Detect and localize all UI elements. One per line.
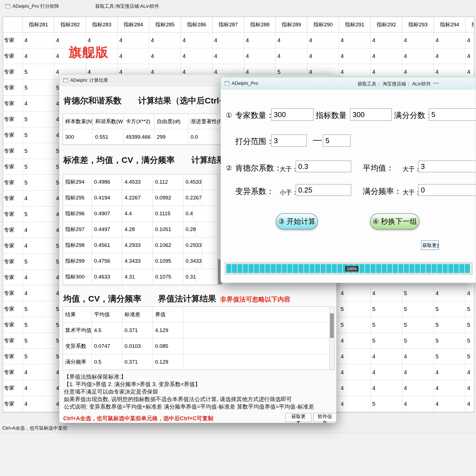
range-min-input[interactable] (271, 135, 307, 147)
matrix-cell[interactable]: 4 (212, 32, 244, 48)
full-score-input[interactable] (429, 108, 476, 121)
expert-count-input[interactable] (271, 108, 313, 121)
result-cell[interactable]: 指标299 (63, 253, 92, 269)
result-cell[interactable]: 4.2933 (122, 237, 153, 253)
result-cell[interactable]: 4.129 (153, 323, 183, 338)
matrix-cell[interactable]: 5 (370, 301, 402, 317)
matrix-cell[interactable]: 5 (402, 333, 434, 348)
result-cell[interactable]: 0.129 (153, 354, 183, 370)
matrix-cell[interactable]: 4 (402, 349, 434, 364)
matrix-cell[interactable]: 5 (434, 349, 465, 364)
result-cell[interactable]: 指标300 (63, 269, 92, 285)
matrix-cell[interactable]: 4 (22, 48, 54, 64)
result-cell[interactable]: 4.31 (122, 269, 153, 285)
scrollbar-thumb[interactable] (330, 313, 334, 338)
next-group-button[interactable]: ④ 秒换下一组 (370, 213, 419, 229)
matrix-cell[interactable]: 4 (22, 222, 54, 238)
result-cell[interactable]: 0.4561 (92, 237, 122, 253)
start-calc-button[interactable]: ③ 开始计算 (276, 213, 318, 229)
result-cell[interactable]: 49399.466 (123, 129, 155, 145)
matrix-cell[interactable]: 4 (22, 96, 54, 111)
result-cell[interactable]: 0.4497 (92, 222, 122, 237)
matrix-cell[interactable]: 4 (244, 32, 275, 48)
result-cell[interactable]: 0.371 (122, 354, 153, 370)
result-cell[interactable]: 0.4907 (92, 206, 122, 221)
result-cell[interactable]: 0.1062 (153, 237, 183, 253)
matrix-cell[interactable]: 5 (22, 206, 54, 222)
matrix-cell[interactable]: 4 (339, 333, 370, 348)
matrix-cell[interactable]: 5 (22, 254, 54, 269)
matrix-cell[interactable]: 4 (370, 285, 402, 301)
matrix-cell[interactable]: 4 (434, 32, 465, 48)
result-cell[interactable]: 指标295 (63, 190, 92, 206)
matrix-cell[interactable]: 5 (370, 333, 402, 348)
matrix-cell[interactable]: 5 (339, 301, 370, 317)
matrix-cell[interactable]: 4 (244, 48, 275, 64)
matrix-cell[interactable]: 4 (465, 32, 474, 48)
result-cell[interactable]: 指标294 (63, 174, 92, 190)
matrix-cell[interactable]: 4 (181, 48, 212, 64)
result-cell[interactable]: 0.4194 (92, 190, 122, 206)
matrix-cell[interactable]: 4 (212, 48, 244, 64)
matrix-cell[interactable]: 4 (402, 32, 434, 48)
get-more-button-partial[interactable]: 获取更多 (421, 240, 439, 250)
matrix-cell[interactable]: 5 (22, 301, 54, 317)
matrix-cell[interactable]: 5 (402, 301, 434, 317)
matrix-cell[interactable]: 4 (22, 191, 54, 206)
result-cell[interactable]: 4.5 (92, 323, 122, 338)
range-max-input[interactable] (323, 135, 351, 147)
matrix-cell[interactable]: 5 (370, 317, 402, 333)
matrix-cell[interactable]: 5 (465, 333, 474, 348)
matrix-cell[interactable]: 4 (339, 364, 370, 380)
matrix-cell[interactable]: 4 (465, 48, 474, 64)
result-cell[interactable]: 0.4633 (92, 269, 122, 285)
matrix-cell[interactable]: 4 (339, 349, 370, 364)
matrix-cell[interactable]: 5 (22, 159, 54, 174)
matrix-cell[interactable]: 4 (22, 396, 54, 412)
matrix-cell[interactable]: 4 (465, 364, 474, 380)
matrix-cell[interactable]: 4 (370, 364, 402, 380)
matrix-cell[interactable]: 4 (117, 32, 149, 48)
matrix-cell[interactable]: 5 (402, 285, 434, 301)
matrix-cell[interactable]: 4 (434, 364, 465, 380)
result-cell[interactable]: 0.0 (188, 129, 225, 145)
matrix-cell[interactable]: 4 (370, 349, 402, 364)
result-cell[interactable]: 满分频率 (63, 354, 92, 370)
result-cell[interactable]: 0.4 (183, 206, 193, 221)
matrix-cell[interactable]: 4 (339, 380, 370, 396)
matrix-cell[interactable]: 4 (22, 380, 54, 396)
matrix-cell[interactable]: 4 (149, 32, 181, 48)
matrix-cell[interactable]: 4 (22, 364, 54, 380)
matrix-cell[interactable]: 4 (22, 285, 54, 301)
result-cell[interactable]: 0.085 (153, 338, 183, 354)
matrix-cell[interactable]: 4 (402, 396, 434, 412)
matrix-cell[interactable]: 5 (22, 333, 54, 348)
matrix-cell[interactable]: 5 (22, 80, 54, 95)
matrix-cell[interactable]: 4 (339, 32, 370, 48)
result-cell[interactable]: 0.0992 (153, 190, 183, 206)
matrix-cell[interactable]: 4 (434, 396, 465, 412)
matrix-cell[interactable]: 4 (22, 32, 54, 48)
matrix-cell[interactable]: 5 (22, 127, 54, 143)
matrix-cell[interactable]: 4 (117, 48, 149, 64)
result-cell[interactable]: 300 (63, 129, 93, 145)
matrix-cell[interactable]: 4 (465, 285, 474, 301)
matrix-cell[interactable]: 4 (434, 48, 465, 64)
mean-threshold-input[interactable] (418, 161, 476, 172)
result-cell[interactable]: 指标297 (63, 222, 92, 237)
result-cell[interactable]: 0.2267 (183, 190, 202, 206)
matrix-cell[interactable]: 5 (434, 317, 465, 333)
matrix-cell[interactable]: 4 (402, 380, 434, 396)
result-cell[interactable]: 4.2267 (122, 190, 153, 206)
result-cell[interactable]: 0.1095 (153, 253, 183, 269)
result-cell[interactable]: 0.0103 (122, 338, 153, 354)
result-cell[interactable]: 4.3433 (122, 253, 153, 269)
result-cell[interactable]: 0.2933 (183, 237, 202, 253)
result-cell[interactable]: 指标296 (63, 206, 92, 221)
result-cell[interactable]: 0.4533 (183, 174, 202, 190)
result-cell[interactable]: 0.5 (92, 354, 122, 370)
result-cell[interactable]: 4.4 (122, 206, 153, 221)
result-cell[interactable]: 变异系数 (63, 338, 92, 354)
matrix-cell[interactable]: 4 (307, 32, 339, 48)
result-cell[interactable]: 0.31 (183, 269, 196, 285)
